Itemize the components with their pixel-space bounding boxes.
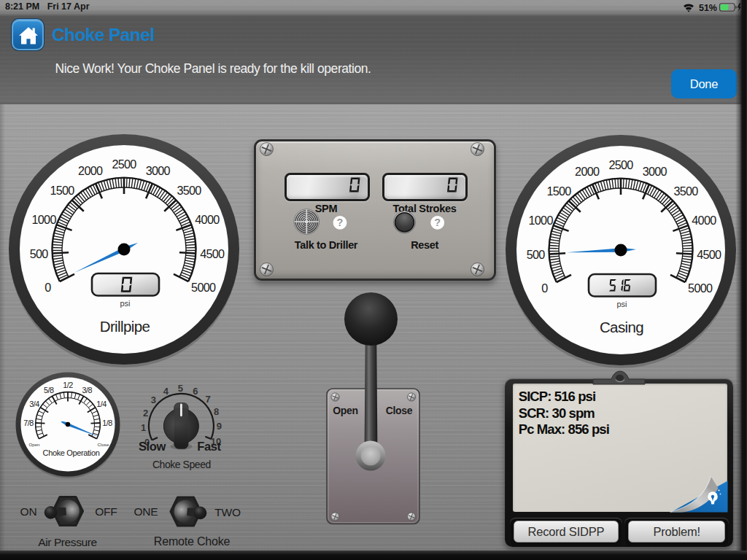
svg-text:2500: 2500 (608, 158, 633, 171)
svg-text:4500: 4500 (697, 248, 721, 261)
svg-text:1/2: 1/2 (63, 381, 73, 389)
svg-text:1/8: 1/8 (102, 419, 112, 427)
svg-text:0: 0 (44, 281, 51, 294)
svg-text:4000: 4000 (195, 213, 220, 226)
svg-text:Choke Operation: Choke Operation (43, 448, 100, 457)
svg-text:6: 6 (193, 386, 198, 397)
svg-text:5000: 5000 (191, 281, 216, 294)
svg-text:1000: 1000 (31, 213, 56, 226)
svg-text:2: 2 (143, 408, 148, 419)
svg-text:3/4: 3/4 (29, 400, 39, 408)
svg-text:3000: 3000 (146, 164, 171, 177)
svg-text:3000: 3000 (643, 165, 667, 178)
svg-text:7/8: 7/8 (23, 419, 34, 427)
svg-text:Close: Close (386, 405, 413, 416)
svg-text:3/8: 3/8 (82, 386, 93, 394)
svg-text:3500: 3500 (673, 184, 698, 198)
svg-text:1500: 1500 (546, 184, 571, 198)
svg-text:500: 500 (30, 247, 49, 260)
svg-text:4500: 4500 (200, 247, 225, 260)
svg-text:TWO: TWO (214, 506, 241, 518)
svg-text:1: 1 (141, 422, 146, 433)
svg-text:OFF: OFF (95, 505, 117, 518)
svg-text:Close: Close (98, 442, 109, 447)
svg-text:Drillpipe: Drillpipe (100, 318, 150, 335)
svg-text:8: 8 (214, 406, 219, 417)
svg-text:Casing: Casing (600, 319, 643, 335)
svg-text:2000: 2000 (575, 165, 600, 178)
svg-text:?: ? (434, 217, 441, 228)
svg-text:5/8: 5/8 (44, 386, 54, 394)
svg-text:4: 4 (163, 386, 169, 397)
svg-text:Slow: Slow (139, 440, 166, 453)
svg-text:7: 7 (205, 394, 210, 405)
svg-text:2500: 2500 (112, 158, 136, 171)
svg-text:ONE: ONE (134, 505, 158, 518)
svg-text:psi: psi (120, 299, 130, 308)
svg-text:51%: 51% (699, 3, 717, 13)
svg-text:5000: 5000 (688, 281, 713, 295)
svg-text:1500: 1500 (50, 184, 74, 197)
svg-text:Air Pressure: Air Pressure (38, 536, 96, 548)
svg-text:Choke Speed: Choke Speed (152, 459, 211, 470)
svg-text:Remote Choke: Remote Choke (154, 535, 231, 548)
svg-text:Open: Open (28, 442, 40, 447)
svg-text:9: 9 (217, 421, 222, 432)
svg-text:4000: 4000 (692, 214, 716, 227)
svg-text:2000: 2000 (78, 164, 103, 177)
svg-text:?: ? (337, 217, 344, 228)
svg-text:1/4: 1/4 (96, 400, 107, 408)
svg-text:500: 500 (527, 248, 546, 261)
svg-text:5: 5 (178, 383, 183, 394)
svg-text:3500: 3500 (177, 184, 201, 197)
svg-text:Open: Open (333, 405, 358, 416)
svg-text:0: 0 (541, 281, 548, 295)
svg-text:psi: psi (616, 300, 627, 308)
svg-text:1000: 1000 (528, 214, 553, 227)
svg-text:Fast: Fast (197, 440, 221, 453)
svg-text:3: 3 (151, 394, 156, 405)
svg-text:ON: ON (20, 505, 37, 518)
